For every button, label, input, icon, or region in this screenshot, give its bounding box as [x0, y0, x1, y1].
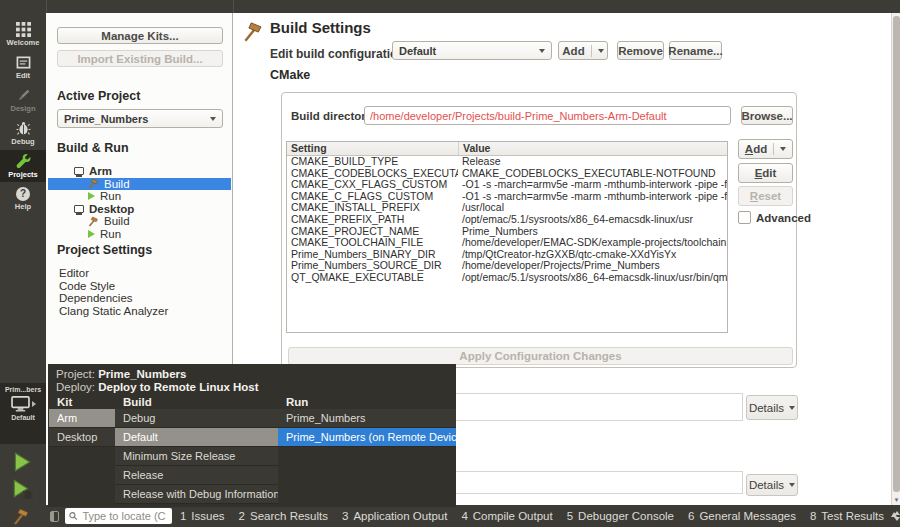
tree-row-label: Run — [100, 228, 121, 241]
build-column: Build Debug Default Minimum Size Release… — [115, 396, 278, 504]
tree-row[interactable]: Build — [48, 215, 231, 228]
debug-run-button[interactable] — [8, 476, 36, 502]
table-row[interactable]: CMAKE_CXX_FLAGS_CUSTOM -O1 -s -march=arm… — [287, 179, 727, 191]
chevron-down-icon — [789, 406, 795, 410]
advanced-checkbox[interactable] — [738, 211, 751, 224]
add-variable-button[interactable]: Add — [738, 139, 793, 159]
run-config-option[interactable]: Prime_Numbers (on Remote Device) — [278, 428, 456, 447]
table-row[interactable]: CMAKE_TOOLCHAIN_FILE /home/developer/EMA… — [287, 237, 727, 249]
kit-column: Kit Arm Desktop — [49, 396, 115, 447]
setting-cell: CMAKE_INSTALL_PREFIX — [287, 202, 458, 214]
output-pane-tab[interactable]: 4 Compile Output — [461, 510, 552, 522]
mode-edit[interactable]: Edit — [0, 51, 46, 83]
table-row[interactable]: QT_QMAKE_EXECUTABLE /opt/emac/5.1/sysroo… — [287, 272, 727, 284]
kit-monitor-icon — [74, 205, 84, 213]
import-existing-build-button: Import Existing Build... — [57, 50, 223, 67]
locator-input[interactable] — [80, 509, 168, 523]
table-row[interactable]: CMAKE_PREFIX_PATH /opt/emac/5.1/sysroots… — [287, 214, 727, 226]
tree-row[interactable]: Build — [48, 178, 231, 191]
table-row[interactable]: CMAKE_C_FLAGS_CUSTOM -O1 -s -march=armv5… — [287, 191, 727, 203]
mode-debug[interactable]: Debug — [0, 117, 46, 149]
scrollbar-handle[interactable] — [893, 16, 900, 492]
build-config-option[interactable]: Default — [115, 428, 278, 447]
table-row[interactable]: CMAKE_BUILD_TYPE Release — [287, 156, 727, 168]
run-play-icon — [11, 451, 33, 473]
run-column: Run Prime_Numbers Prime_Numbers (on Remo… — [278, 396, 456, 447]
output-pane-tab[interactable]: 5 Debugger Console — [567, 510, 674, 522]
setting-column-header[interactable]: Setting — [287, 142, 458, 155]
active-project-heading: Active Project — [57, 89, 140, 103]
kit-option[interactable]: Desktop — [49, 428, 115, 447]
output-pane-tab[interactable]: 8 Test Results — [810, 510, 884, 522]
tree-row[interactable]: Arm — [48, 165, 231, 178]
run-config-option[interactable]: Prime_Numbers — [278, 409, 456, 428]
scroll-down-arrow-icon[interactable]: ▾ — [893, 496, 900, 504]
value-cell: /home/developer/Projects/Prime_Numbers — [458, 260, 727, 272]
project-settings-item[interactable]: Editor — [48, 267, 231, 280]
build-hammer-icon — [88, 178, 99, 189]
popup-project-line: Project: Prime_Numbers — [56, 368, 186, 380]
kit-option[interactable]: Arm — [49, 409, 115, 428]
browse-button[interactable]: Browse... — [741, 106, 793, 125]
build-directory-input[interactable] — [364, 106, 731, 125]
tab-number: 6 — [688, 510, 694, 522]
advanced-checkbox-row[interactable]: Advanced — [738, 211, 811, 224]
details-label: Details — [749, 402, 784, 414]
output-pane-tab[interactable]: 2 Search Results — [239, 510, 328, 522]
setting-cell: CMAKE_TOOLCHAIN_FILE — [287, 237, 458, 249]
tab-number: 3 — [342, 510, 348, 522]
add-config-button[interactable]: Add — [558, 41, 608, 60]
tab-number: 1 — [180, 510, 186, 522]
table-row[interactable]: CMAKE_INSTALL_PREFIX /usr/local — [287, 202, 727, 214]
table-header-row: Setting Value — [287, 142, 727, 156]
build-config-select[interactable]: Default — [392, 41, 552, 60]
tree-row[interactable]: Run — [48, 228, 231, 241]
mode-help[interactable]: ? Help — [0, 183, 46, 215]
kit-project-short-label: Prim...bers — [5, 386, 41, 393]
table-row[interactable]: CMAKE_CODEBLOCKS_EXECUTABLE CMAKE_CODEBL… — [287, 168, 727, 180]
build-config-option[interactable]: Debug — [115, 409, 278, 428]
qt-creator-window: Welcome Edit Design Debug Projects ? Hel… — [0, 0, 900, 527]
rename-config-button[interactable]: Rename... — [669, 41, 722, 60]
output-pane-tab[interactable]: 3 Application Output — [342, 510, 447, 522]
output-pane-tab[interactable]: 1 Issues — [180, 510, 225, 522]
edit-variable-button[interactable]: Edit — [738, 163, 793, 183]
build-config-option[interactable]: Release with Debug Information — [115, 485, 278, 504]
tree-row[interactable]: Run — [48, 190, 231, 203]
setting-cell: CMAKE_BUILD_TYPE — [287, 156, 458, 168]
output-pane-toggle-icon[interactable] — [50, 511, 59, 522]
mode-sidebar: Welcome Edit Design Debug Projects ? Hel… — [0, 13, 46, 527]
locator[interactable] — [65, 508, 172, 524]
build-config-option[interactable]: Release — [115, 466, 278, 485]
expand-pane-arrow-icon[interactable] — [891, 512, 897, 517]
run-button[interactable] — [8, 449, 36, 475]
build-button[interactable] — [8, 503, 36, 527]
details-toggle-button[interactable]: Details — [746, 395, 798, 420]
table-row[interactable]: CMAKE_PROJECT_NAME Prime_Numbers — [287, 226, 727, 238]
output-pane-tab[interactable]: 6 General Messages — [688, 510, 796, 522]
debug-bug-icon — [16, 121, 31, 136]
manage-kits-button[interactable]: Manage Kits... — [57, 27, 223, 44]
value-cell: /tmp/QtCreator-hzGXXB/qtc-cmake-XXdYisYx — [458, 249, 727, 261]
status-bar: 1 Issues 2 Search Results 3 Application … — [46, 505, 900, 527]
tree-row[interactable]: Desktop — [48, 203, 231, 216]
mode-welcome[interactable]: Welcome — [0, 18, 46, 50]
vertical-scrollbar[interactable]: ▾ — [891, 13, 900, 505]
output-pane-tabs: 1 Issues 2 Search Results 3 Application … — [180, 510, 884, 522]
mode-projects[interactable]: Projects — [0, 150, 46, 182]
project-settings-item[interactable]: Dependencies — [48, 292, 231, 305]
kit-selector-button[interactable]: Prim...bers Default — [0, 383, 46, 444]
table-row[interactable]: Prime_Numbers_SOURCE_DIR /home/developer… — [287, 260, 727, 272]
build-config-option[interactable]: Minimum Size Release — [115, 447, 278, 466]
reset-variable-button: Reset — [738, 186, 793, 206]
setting-cell: Prime_Numbers_BINARY_DIR — [287, 249, 458, 261]
project-settings-heading: Project Settings — [57, 243, 152, 257]
remove-config-button[interactable]: Remove — [617, 41, 664, 60]
add-variable-label: Add — [745, 143, 767, 155]
value-column-header[interactable]: Value — [458, 142, 727, 155]
active-project-select[interactable]: Prime_Numbers — [57, 109, 223, 128]
project-settings-item[interactable]: Clang Static Analyzer — [48, 305, 231, 318]
details-toggle-button[interactable]: Details — [746, 474, 798, 496]
project-settings-item[interactable]: Code Style — [48, 280, 231, 293]
table-row[interactable]: Prime_Numbers_BINARY_DIR /tmp/QtCreator-… — [287, 249, 727, 261]
